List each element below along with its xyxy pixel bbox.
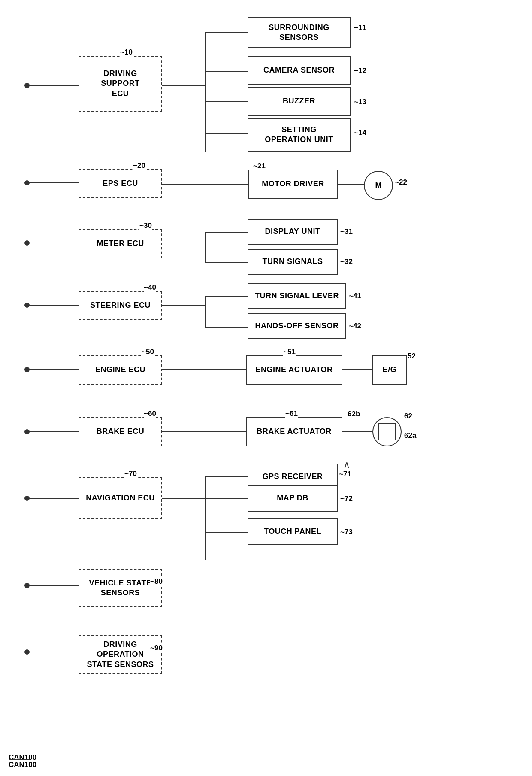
line-to-motor-driver — [162, 184, 248, 185]
ref-surrounding: ~11 — [354, 24, 366, 32]
line-to-brake-actuator — [162, 431, 246, 432]
ref-setting: ~14 — [354, 129, 366, 137]
line-to-setting — [205, 133, 248, 134]
line-to-turn-signals — [205, 262, 248, 263]
ref-motor-driver: ~21 — [253, 162, 266, 170]
brake-ecu-box: BRAKE ECU — [79, 417, 162, 446]
ref-steering: ~40 — [144, 283, 156, 292]
display-unit-box: DISPLAY UNIT — [248, 219, 338, 245]
line-steering-branch — [162, 305, 205, 306]
line-to-display — [205, 232, 248, 233]
buzzer-box: BUZZER — [248, 87, 351, 116]
ref-turn-signals: ~32 — [340, 258, 353, 266]
line-nav-vert — [205, 476, 206, 560]
line-to-steering — [27, 305, 79, 306]
navigation-ecu-box: NAVIGATION ECU — [79, 477, 162, 519]
line-to-eg — [342, 369, 372, 370]
ref-62: 62 — [404, 412, 412, 421]
system-diagram: CAN100 DRIVINGSUPPORTECU ~10 SURROUNDING… — [0, 0, 532, 776]
ref-driving-support: ~10 — [120, 48, 133, 57]
turn-signal-lever-box: TURN SIGNAL LEVER — [248, 283, 346, 309]
turn-signals-box: TURN SIGNALS — [248, 249, 338, 275]
antenna-icon: ∧ — [343, 459, 350, 470]
eg-box: E/G — [372, 355, 407, 385]
ref-driving-op-sensors: ~90 — [150, 644, 163, 652]
ref-gps: ~71 — [339, 470, 351, 479]
ref-62a: 62a — [404, 431, 416, 440]
line-to-meter — [27, 242, 79, 243]
line-to-driving-support — [27, 85, 79, 86]
ref-engine-actuator: ~51 — [283, 348, 296, 356]
ref-vehicle-sensors: ~80 — [150, 577, 163, 586]
line-to-hands-off — [205, 327, 248, 328]
brake-actuator-box: BRAKE ACTUATOR — [246, 417, 342, 446]
line-meter-vert — [205, 232, 206, 263]
line-meter-branch — [162, 242, 205, 243]
line-driving-vert — [205, 32, 206, 152]
ref-hands-off: ~42 — [349, 322, 361, 330]
hands-off-sensor-box: HANDS-OFF SENSOR — [248, 313, 346, 339]
line-to-eps — [27, 182, 79, 183]
line-to-navigation — [27, 498, 79, 499]
steering-ecu-box: STEERING ECU — [79, 291, 162, 320]
line-to-brake-ecu — [27, 431, 79, 432]
ref-brake-ecu: ~60 — [144, 409, 156, 418]
line-to-gps — [205, 476, 248, 477]
eps-ecu-box: EPS ECU — [79, 169, 162, 198]
meter-ecu-box: METER ECU — [79, 229, 162, 258]
brake-circle-inner — [378, 423, 396, 440]
ref-camera: ~12 — [354, 67, 366, 75]
engine-actuator-box: ENGINE ACTUATOR — [246, 355, 342, 385]
line-to-surrounding — [205, 32, 248, 33]
motor-circle: M — [364, 171, 393, 200]
line-to-camera — [205, 71, 248, 72]
surrounding-sensors-box: SURROUNDINGSENSORS — [248, 17, 351, 48]
ref-brake-actuator: ~61 — [285, 409, 298, 418]
ref-62b: 62b — [348, 410, 360, 418]
ref-navigation: ~70 — [124, 470, 137, 478]
vehicle-state-sensors-box: VEHICLE STATESENSORS — [79, 569, 162, 607]
line-to-engine-ecu — [27, 369, 79, 370]
engine-ecu-box: ENGINE ECU — [79, 355, 162, 385]
line-to-engine-actuator — [162, 369, 246, 370]
setting-operation-unit-box: SETTINGOPERATION UNIT — [248, 118, 351, 152]
camera-sensor-box: CAMERA SENSOR — [248, 56, 351, 85]
can100-label: CAN100 — [9, 761, 36, 769]
motor-driver-box: MOTOR DRIVER — [248, 170, 338, 199]
line-to-driving-op-sensors — [27, 652, 79, 652]
map-db-box: MAP DB — [248, 485, 338, 512]
ref-turn-lever: ~41 — [349, 292, 361, 300]
ref-meter: ~30 — [139, 221, 152, 230]
driving-support-ecu-box: DRIVINGSUPPORTECU — [79, 56, 162, 112]
ref-eg: 52 — [408, 352, 416, 361]
can-label-line — [9, 759, 30, 760]
ref-map-db: ~72 — [340, 494, 353, 503]
touch-panel-box: TOUCH PANEL — [248, 518, 338, 545]
line-steering-vert — [205, 296, 206, 327]
line-nav-branch — [162, 498, 205, 499]
line-to-brake-circle — [342, 431, 372, 432]
ref-touch-panel: ~73 — [340, 528, 353, 537]
line-driving-branch — [162, 85, 205, 86]
line-to-buzzer — [205, 101, 248, 102]
line-to-vehicle-sensors — [27, 585, 79, 586]
line-to-motor — [338, 184, 364, 185]
ref-buzzer: ~13 — [354, 98, 366, 106]
ref-eps: ~20 — [133, 161, 145, 170]
line-to-turn-lever — [205, 296, 248, 297]
driving-operation-sensors-box: DRIVING OPERATIONSTATE SENSORS — [79, 635, 162, 674]
ref-display: ~31 — [340, 227, 353, 236]
ref-engine-ecu: ~50 — [142, 348, 154, 356]
line-to-touch-panel — [205, 532, 248, 533]
line-to-map-db — [205, 498, 248, 499]
ref-motor: ~22 — [395, 178, 407, 187]
